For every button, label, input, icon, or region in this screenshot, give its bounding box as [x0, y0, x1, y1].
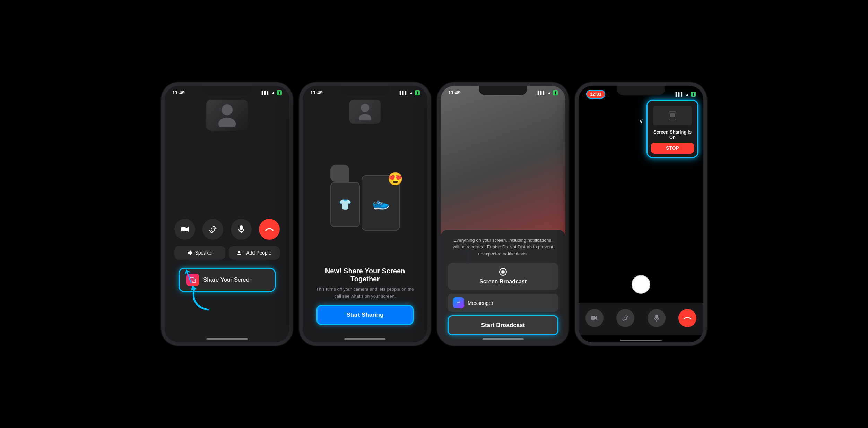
broadcast-radio	[499, 268, 507, 276]
phone-3: 11:49 ▌▌▌ ▲ ▮ Eve	[437, 82, 569, 346]
control-row-wide: Speaker Add People	[174, 246, 280, 260]
svg-marker-26	[595, 316, 597, 320]
broadcast-radio-inner	[501, 270, 505, 274]
time-3: 11:49	[448, 90, 461, 95]
messenger-icon	[453, 297, 464, 308]
screen-sharing-title: Screen Sharing is On	[651, 129, 694, 140]
phone-4: 12:01 ▌▌▌ ▲ ▮ ∨	[575, 82, 707, 346]
phone-2: 11:49 ▌▌▌ ▲ ▮	[299, 82, 431, 346]
broadcast-warning: Everything on your screen, including not…	[448, 237, 558, 257]
svg-point-13	[238, 251, 240, 253]
wifi-icon-1: ▲	[271, 91, 275, 95]
start-broadcast-label: Start Broadcast	[481, 322, 525, 329]
emoji-face: 😍	[388, 172, 403, 186]
svg-point-19	[359, 114, 371, 120]
signal-icon-2: ▌▌▌	[400, 91, 408, 95]
ill-phone-small: 👕	[330, 182, 360, 227]
status-bar-4: 12:01 ▌▌▌ ▲ ▮	[579, 86, 703, 100]
svg-marker-6	[209, 230, 210, 231]
shoe-emoji: 👟	[370, 192, 391, 213]
phone-2-bg: 11:49 ▌▌▌ ▲ ▮	[303, 86, 427, 342]
signal-icon-3: ▌▌▌	[538, 91, 546, 95]
video-button[interactable]	[174, 219, 195, 240]
call-controls: Speaker Add People	[165, 219, 289, 266]
start-broadcast-button[interactable]: Start Broadcast	[448, 315, 558, 335]
status-icons-1: ▌▌▌ ▲ ▮	[262, 90, 282, 95]
status-bar-3: 11:49 ▌▌▌ ▲ ▮	[441, 86, 565, 97]
svg-rect-28	[655, 315, 658, 319]
self-view-2	[349, 100, 381, 124]
video-btn-4[interactable]	[585, 309, 604, 327]
self-view-1	[206, 100, 248, 131]
home-indicator-4	[620, 340, 662, 341]
speaker-button[interactable]: Speaker	[174, 246, 225, 260]
battery-icon-1: ▮	[277, 90, 282, 95]
status-bar-1: 11:49 ▌▌▌ ▲ ▮	[165, 86, 289, 97]
battery-icon-3: ▮	[553, 90, 558, 95]
flip-camera-button[interactable]	[202, 219, 223, 240]
end-call-btn-4[interactable]	[678, 309, 696, 327]
messenger-label: Messenger	[468, 300, 493, 306]
phone-4-screen: 12:01 ▌▌▌ ▲ ▮ ∨	[579, 86, 703, 342]
status-icons-4: ▌▌▌ ▲ ▮	[676, 92, 696, 97]
chat-bubble	[330, 165, 349, 182]
end-call-button[interactable]	[259, 219, 280, 240]
start-sharing-container: Start Sharing	[303, 305, 427, 342]
battery-icon-2: ▮	[415, 90, 420, 95]
time-1: 11:49	[172, 90, 185, 95]
signal-icon-1: ▌▌▌	[262, 91, 270, 95]
phones-container: 11:49 ▌▌▌ ▲ ▮	[0, 0, 868, 428]
phone-1: 11:49 ▌▌▌ ▲ ▮	[161, 82, 293, 346]
home-circle[interactable]	[632, 275, 650, 294]
svg-point-4	[211, 228, 215, 231]
time-4: 12:01	[586, 90, 605, 99]
home-indicator-3	[482, 338, 524, 340]
add-people-label: Add People	[246, 250, 271, 256]
time-2: 11:49	[310, 90, 323, 95]
phone-3-bg: 11:49 ▌▌▌ ▲ ▮ Eve	[441, 86, 565, 342]
add-people-button[interactable]: Add People	[229, 246, 280, 260]
svg-point-11	[272, 230, 274, 231]
broadcast-sheet: Everything on your screen, including not…	[441, 230, 565, 343]
share-together-subtitle: This turns off your camera and lets peop…	[313, 286, 417, 299]
svg-point-27	[624, 317, 627, 320]
person-avatar-1	[217, 103, 237, 127]
mini-phone-screen	[651, 104, 694, 127]
phone-illustration: 👕 👟 😍	[327, 161, 403, 231]
status-icons-3: ▌▌▌ ▲ ▮	[538, 90, 558, 95]
start-sharing-label: Start Sharing	[347, 311, 384, 318]
start-sharing-button[interactable]: Start Sharing	[316, 305, 414, 325]
svg-rect-2	[181, 227, 186, 231]
person-avatar-2	[358, 103, 372, 120]
broadcast-label: Screen Broadcast	[479, 279, 527, 285]
shirt-emoji: 👕	[339, 198, 351, 211]
svg-marker-5	[215, 228, 217, 229]
self-view-image-2	[349, 100, 381, 124]
mute-button[interactable]	[231, 219, 252, 240]
wifi-icon-4: ▲	[685, 92, 689, 96]
mic-btn-4[interactable]	[648, 309, 666, 327]
phone-1-screen: 11:49 ▌▌▌ ▲ ▮	[165, 86, 289, 342]
status-bar-2: 11:49 ▌▌▌ ▲ ▮	[303, 86, 427, 97]
svg-marker-3	[186, 227, 189, 232]
svg-point-0	[222, 104, 233, 115]
mini-screen-content	[653, 106, 692, 125]
share-together-title: New! Share Your Screen Together	[313, 267, 417, 283]
control-row-top	[174, 219, 280, 240]
battery-icon-4: ▮	[691, 92, 696, 97]
home-indicator-2	[344, 338, 386, 340]
svg-rect-22	[670, 113, 675, 117]
messenger-option[interactable]: Messenger	[448, 294, 558, 312]
svg-point-18	[361, 104, 369, 112]
screen-broadcast-option[interactable]: Screen Broadcast	[448, 263, 558, 290]
wifi-icon-2: ▲	[409, 91, 413, 95]
flip-btn-4[interactable]	[616, 309, 634, 327]
broadcast-option-header: Screen Broadcast	[453, 268, 553, 285]
signal-icon-4: ▌▌▌	[676, 92, 684, 96]
stop-button[interactable]: STOP	[651, 143, 694, 154]
self-view-image-1	[206, 100, 248, 131]
speaker-label: Speaker	[195, 250, 213, 256]
screen-sharing-overlay: Screen Sharing is On STOP	[646, 100, 698, 158]
bottom-controls	[579, 303, 703, 335]
status-icons-2: ▌▌▌ ▲ ▮	[400, 90, 420, 95]
